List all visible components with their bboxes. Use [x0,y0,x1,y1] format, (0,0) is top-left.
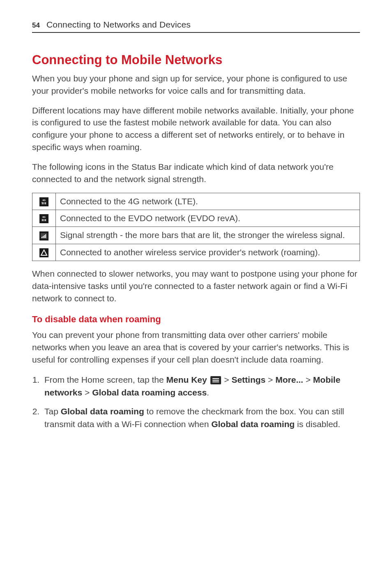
icon-desc: Connected to the EVDO network (EVDO revA… [56,210,360,227]
signal-bars-icon [39,231,48,240]
step1-more: More... [275,375,303,384]
step1-period: . [207,388,209,397]
step1-gt3: > [303,375,313,384]
step1-global-access: Global data roaming access [92,388,207,397]
step1-gt4: > [82,388,92,397]
step1-prefix: From the Home screen, tap the [44,375,166,384]
icon-desc: Signal strength - the more bars that are… [56,227,360,244]
table-row: 3G Connected to the EVDO network (EVDO r… [32,210,360,227]
steps-list: From the Home screen, tap the Menu Key >… [32,373,360,431]
3g-evdo-icon: 3G [39,214,48,223]
step2-suffix: is disabled. [295,419,340,429]
svg-text:3G: 3G [42,216,46,218]
svg-rect-17 [44,235,45,238]
icon-cell-3g: 3G [32,210,56,227]
table-row: Connected to another wireless service pr… [32,244,360,261]
svg-rect-12 [45,219,46,221]
svg-rect-22 [212,378,219,379]
svg-rect-18 [45,234,46,238]
svg-rect-10 [42,219,43,221]
icon-cell-4g: 4G [32,193,56,210]
table-row: 4G Connected to the 4G network (LTE). [32,193,360,210]
step2-prefix: Tap [44,407,61,416]
intro-paragraph-3: The following icons in the Status Bar in… [32,161,360,185]
subsection-heading: To disable data when roaming [32,314,360,325]
icon-desc: Connected to the 4G network (LTE). [56,193,360,210]
roaming-icon [39,248,48,257]
menu-key-icon [210,376,221,384]
step1-gt1: > [222,375,232,384]
step1-gt2: > [265,375,275,384]
step-item-1: From the Home screen, tap the Menu Key >… [42,373,360,399]
step2-gdr1: Global data roaming [61,407,144,416]
svg-rect-23 [212,380,219,381]
page-number: 54 [32,21,40,30]
step1-settings: Settings [231,375,265,384]
step-item-2: Tap Global data roaming to remove the ch… [42,405,360,431]
icon-cell-roaming [32,244,56,261]
intro-paragraph-1: When you buy your phone and sign up for … [32,72,360,97]
svg-rect-16 [43,236,44,238]
intro-paragraph-2: Different locations may have different m… [32,104,360,153]
icon-desc: Connected to another wireless service pr… [56,244,360,261]
header-rule: 54 Connecting to Networks and Devices [32,20,360,33]
svg-text:4G: 4G [42,199,46,201]
svg-rect-11 [44,219,44,221]
step1-menu-key: Menu Key [166,375,207,384]
4g-lte-icon: 4G [39,197,48,206]
icon-cell-signal [32,227,56,244]
subsection-paragraph: You can prevent your phone from transmit… [32,329,360,365]
section-title: Connecting to Mobile Networks [32,53,360,67]
after-table-paragraph: When connected to slower networks, you m… [32,268,360,304]
table-row: Signal strength - the more bars that are… [32,227,360,244]
svg-rect-15 [42,237,42,238]
page-container: 54 Connecting to Networks and Devices Co… [0,0,392,461]
step2-gdr2: Global data roaming [211,419,295,429]
svg-rect-24 [212,381,219,382]
status-icon-table: 4G Connected to the 4G network (LTE). 3G [32,193,360,261]
chapter-title: Connecting to Networks and Devices [46,20,191,30]
